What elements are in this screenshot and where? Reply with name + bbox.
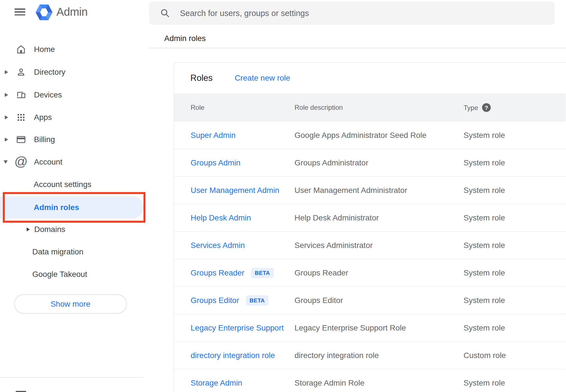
role-type: System role	[464, 296, 505, 305]
sidebar-item-google-takeout[interactable]: Google Takeout	[0, 263, 145, 286]
beta-badge: BETA	[251, 268, 273, 278]
sidebar-item-label: Domains	[34, 225, 65, 234]
sidebar-item-label: Account settings	[34, 180, 91, 189]
devices-icon	[16, 90, 26, 100]
sidebar-item-admin-roles[interactable]: Admin roles	[0, 196, 144, 218]
table-row: Groups Reader BETA Groups Reader System …	[174, 259, 566, 287]
table-body: Super Admin Google Apps Administrator Se…	[174, 122, 566, 392]
role-link[interactable]: User Management Admin	[191, 186, 279, 195]
search-input[interactable]	[179, 1, 540, 25]
column-header-type: Type ?	[464, 103, 491, 112]
role-description: Groups Reader	[295, 268, 348, 277]
table-row: User Management Admin User Management Ad…	[174, 177, 566, 204]
sidebar-item-billing[interactable]: Billing	[0, 128, 145, 151]
person-icon	[16, 67, 26, 78]
sidebar-item-label: Data migration	[32, 247, 83, 256]
role-link[interactable]: Storage Admin	[191, 379, 242, 388]
role-link[interactable]: Legacy Enterprise Support	[191, 323, 284, 332]
create-new-role-link[interactable]: Create new role	[235, 74, 290, 83]
search-icon	[160, 8, 170, 19]
role-link[interactable]: Groups Editor	[191, 296, 239, 305]
role-description: Storage Admin Role	[295, 379, 364, 388]
sidebar-section-divider	[0, 377, 143, 378]
sidebar-item-label: Home	[34, 45, 55, 54]
show-more-button[interactable]: Show more	[14, 294, 127, 314]
role-link[interactable]: Services Admin	[191, 241, 245, 250]
role-type: System role	[464, 241, 505, 250]
breadcrumb: Admin roles	[164, 34, 206, 43]
sidebar-item-label: Apps	[34, 113, 52, 122]
sidebar-item-directory[interactable]: Directory	[0, 61, 145, 83]
role-link[interactable]: directory integration role	[191, 351, 275, 360]
table-row: Groups Editor BETA Groups Editor System …	[174, 287, 566, 314]
table-header: Role Role description Type ?	[174, 94, 566, 122]
partial-icon	[16, 391, 26, 392]
role-type: System role	[464, 213, 505, 222]
chevron-right-icon	[5, 138, 8, 142]
roles-card: Roles Create new role Role Role descript…	[174, 62, 566, 392]
admin-logo-icon	[35, 4, 53, 22]
sidebar-item-label: Account	[34, 158, 62, 167]
table-row: Help Desk Admin Help Desk Administrator …	[174, 204, 566, 232]
role-type: System role	[464, 158, 505, 167]
role-description: Google Apps Administrator Seed Role	[295, 131, 426, 140]
role-description: Legacy Enterprise Support Role	[295, 323, 406, 332]
roles-card-header: Roles Create new role	[174, 63, 566, 94]
role-type: System role	[464, 379, 505, 388]
chevron-right-icon	[5, 93, 8, 97]
column-header-role: Role	[191, 104, 204, 111]
role-link[interactable]: Super Admin	[191, 131, 236, 140]
role-description: Groups Administrator	[295, 158, 368, 167]
beta-badge: BETA	[246, 295, 268, 306]
sidebar-item-domains[interactable]: Domains	[0, 218, 145, 241]
sidebar: Admin Home Directory	[0, 0, 145, 392]
chevron-right-icon	[27, 227, 30, 231]
admin-logo-text: Admin	[56, 6, 88, 18]
sidebar-item-home[interactable]: Home	[0, 38, 145, 61]
home-icon	[16, 44, 26, 55]
table-row: Legacy Enterprise Support Legacy Enterpr…	[174, 314, 566, 342]
role-link[interactable]: Help Desk Admin	[191, 213, 251, 222]
role-description: Groups Editor	[295, 296, 343, 305]
chevron-down-icon	[4, 160, 8, 164]
credit-card-icon	[16, 134, 26, 145]
header-divider	[149, 48, 566, 48]
role-description: User Management Administrator	[295, 186, 407, 195]
sidebar-item-label: Google Takeout	[32, 270, 87, 279]
sidebar-item-devices[interactable]: Devices	[0, 84, 145, 106]
help-icon[interactable]: ?	[482, 103, 491, 112]
role-type: System role	[464, 131, 505, 140]
table-row: Groups Admin Groups Administrator System…	[174, 149, 566, 177]
table-row: Super Admin Google Apps Administrator Se…	[174, 122, 566, 149]
sidebar-item-label: Devices	[34, 90, 62, 99]
role-type: System role	[464, 268, 505, 277]
menu-icon[interactable]	[15, 8, 25, 15]
sidebar-item-account-settings[interactable]: Account settings	[0, 173, 145, 196]
column-header-type-label: Type	[464, 104, 478, 111]
table-row: Services Admin Services Administrator Sy…	[174, 232, 566, 259]
column-header-description: Role description	[295, 104, 343, 111]
at-sign-icon: @	[14, 155, 28, 168]
chevron-right-icon	[5, 70, 8, 74]
role-type: System role	[464, 323, 505, 332]
role-link[interactable]: Groups Reader	[191, 268, 244, 277]
table-row: directory integration role directory int…	[174, 342, 566, 369]
role-description: Services Administrator	[295, 241, 373, 250]
role-description: directory integration role	[295, 351, 379, 360]
table-row: Storage Admin Storage Admin Role System …	[174, 369, 566, 392]
apps-grid-icon	[16, 112, 26, 123]
role-link[interactable]: Groups Admin	[191, 158, 240, 167]
role-type: System role	[464, 186, 505, 195]
role-description: Help Desk Administrator	[295, 213, 379, 222]
sidebar-item-label: Directory	[34, 68, 65, 77]
card-title: Roles	[190, 73, 213, 83]
sidebar-item-label: Billing	[34, 135, 55, 144]
sidebar-item-apps[interactable]: Apps	[0, 106, 145, 129]
chevron-right-icon	[5, 115, 8, 119]
sidebar-item-label: Admin roles	[34, 203, 79, 212]
search-bar	[149, 1, 554, 25]
role-type: Custom role	[464, 351, 506, 360]
sidebar-item-account[interactable]: @ Account	[0, 151, 145, 173]
sidebar-item-data-migration[interactable]: Data migration	[0, 241, 145, 263]
